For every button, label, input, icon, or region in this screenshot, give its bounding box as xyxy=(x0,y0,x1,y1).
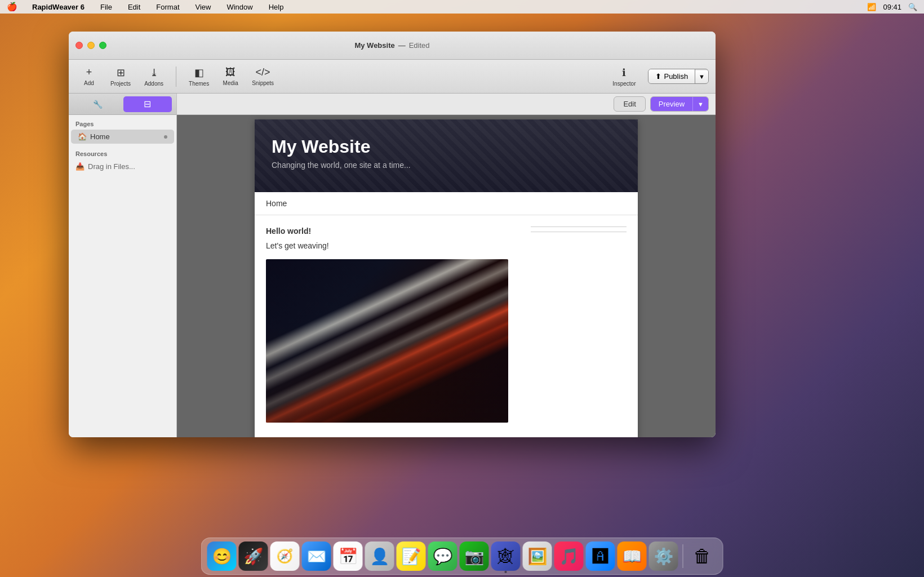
addons-icon: ⤓ xyxy=(150,66,158,79)
snippets-icon: </> xyxy=(256,66,270,78)
dock-mail[interactable]: ✉️ xyxy=(302,542,331,571)
menu-bar-search-icon[interactable]: 🔍 xyxy=(908,3,917,11)
inspector-button[interactable]: ℹ Inspector xyxy=(607,64,641,89)
dock-stickies[interactable]: 📝 xyxy=(397,542,426,571)
site-weaving-text: Let's get weaving! xyxy=(266,241,519,250)
themes-button[interactable]: ◧ Themes xyxy=(183,64,215,89)
wrench-icon: 🔧 xyxy=(93,100,103,109)
app-window: My Website — Edited + Add ⊞ Projects ⤓ A… xyxy=(69,32,716,437)
dock-active-dot xyxy=(505,571,507,573)
projects-button[interactable]: ⊞ Projects xyxy=(105,64,136,89)
site-image xyxy=(266,259,508,423)
dock-books[interactable]: 📖 xyxy=(618,542,647,571)
home-icon: 🏠 xyxy=(78,132,87,141)
dock-messages[interactable]: 💬 xyxy=(428,542,457,571)
system-preferences-icon: ⚙️ xyxy=(654,547,673,566)
sidebar-line-2 xyxy=(531,232,627,232)
site-title: My Website xyxy=(272,136,621,157)
media-button[interactable]: 🖼 Media xyxy=(217,64,244,88)
dock-calendar[interactable]: 📅 xyxy=(334,542,363,571)
trash-icon: 🗑 xyxy=(694,546,712,567)
sidebar-toolbar: 🔧 ⊟ xyxy=(69,94,176,115)
inspector-icon: ℹ xyxy=(622,66,626,79)
dock-safari[interactable]: 🧭 xyxy=(270,542,300,571)
publish-dropdown-button[interactable]: ▼ xyxy=(695,70,708,83)
pages-icon: ⊟ xyxy=(144,99,151,109)
sidebar-tab-settings[interactable]: 🔧 xyxy=(73,96,122,112)
add-button[interactable]: + Add xyxy=(75,64,103,88)
contacts-icon: 👤 xyxy=(370,547,389,566)
publish-icon: ⬆ xyxy=(655,72,661,81)
site-nav: Home xyxy=(255,192,638,215)
maximize-button[interactable] xyxy=(99,42,106,49)
dock-separator xyxy=(683,544,683,568)
home-page-label: Home xyxy=(90,132,110,141)
sidebar-drag-files[interactable]: 📥 Drag in Files... xyxy=(69,159,176,174)
projects-label: Projects xyxy=(110,81,131,87)
close-button[interactable] xyxy=(75,42,83,49)
dock-launchpad[interactable]: 🚀 xyxy=(239,542,268,571)
menu-help[interactable]: Help xyxy=(265,2,287,12)
toolbar-separator-1 xyxy=(176,66,176,87)
window-title: My Website xyxy=(354,41,394,50)
dock-rapidweaver[interactable]: 🕸 xyxy=(491,542,521,571)
media-label: Media xyxy=(223,80,238,86)
drag-files-label: Drag in Files... xyxy=(88,162,135,171)
title-bar-center: My Website — Edited xyxy=(354,41,429,50)
preview-area: Edit Preview ▼ My Website Changing the w… xyxy=(177,94,716,437)
site-nav-home: Home xyxy=(266,192,287,215)
menu-bar-time: 09:41 xyxy=(883,3,901,11)
window-edited-label: Edited xyxy=(409,41,430,50)
dock-facetime[interactable]: 📷 xyxy=(460,542,489,571)
pages-section-label: Pages xyxy=(69,115,176,130)
drag-files-icon: 📥 xyxy=(75,162,85,171)
site-main-content: Hello world! Let's get weaving! xyxy=(266,227,519,423)
appstore-icon: 🅰 xyxy=(593,547,608,566)
menu-bar: 🍎 RapidWeaver 6 File Edit Format View Wi… xyxy=(0,0,924,14)
publish-main-button[interactable]: ⬆ Publish xyxy=(648,69,695,83)
apple-menu[interactable]: 🍎 xyxy=(7,2,17,12)
menu-edit[interactable]: Edit xyxy=(125,2,144,12)
snippets-label: Snippets xyxy=(252,80,274,86)
website-preview[interactable]: My Website Changing the world, one site … xyxy=(177,115,716,437)
rapidweaver-icon: 🕸 xyxy=(498,547,514,566)
add-icon: + xyxy=(86,66,92,78)
site-right-sidebar xyxy=(531,227,627,423)
menu-file[interactable]: File xyxy=(97,2,115,12)
preview-app-icon: 🖼️ xyxy=(527,547,547,566)
edit-button[interactable]: Edit xyxy=(614,96,645,112)
mail-icon: ✉️ xyxy=(306,547,326,566)
addons-button[interactable]: ⤓ Addons xyxy=(139,64,169,89)
dock-contacts[interactable]: 👤 xyxy=(365,542,394,571)
themes-icon: ◧ xyxy=(194,66,204,79)
dock-preview[interactable]: 🖼️ xyxy=(523,542,552,571)
calendar-icon: 📅 xyxy=(338,547,358,566)
dock-finder[interactable]: 😊 xyxy=(207,542,237,571)
title-bar: My Website — Edited xyxy=(69,32,716,60)
minimize-button[interactable] xyxy=(87,42,95,49)
dock-appstore[interactable]: 🅰 xyxy=(586,542,615,571)
dock-music[interactable]: 🎵 xyxy=(554,542,584,571)
menu-format[interactable]: Format xyxy=(153,2,183,12)
snippets-button[interactable]: </> Snippets xyxy=(246,64,279,88)
dock-system-preferences[interactable]: ⚙️ xyxy=(649,542,678,571)
site-header: My Website Changing the world, one site … xyxy=(255,119,638,192)
facetime-icon: 📷 xyxy=(464,547,484,566)
site-body: Hello world! Let's get weaving! xyxy=(255,215,638,434)
sidebar-tab-pages[interactable]: ⊟ xyxy=(123,96,172,112)
resources-section-label: Resources xyxy=(69,144,176,159)
menu-view[interactable]: View xyxy=(192,2,215,12)
projects-icon: ⊞ xyxy=(117,66,125,79)
app-name[interactable]: RapidWeaver 6 xyxy=(29,2,88,12)
publish-label: Publish xyxy=(664,72,688,81)
toolbar: + Add ⊞ Projects ⤓ Addons ◧ Themes 🖼 Med… xyxy=(69,60,716,94)
add-label: Add xyxy=(84,80,94,86)
preview-button-group: Preview ▼ xyxy=(650,96,709,112)
menu-window[interactable]: Window xyxy=(223,2,256,12)
addons-label: Addons xyxy=(144,81,163,87)
preview-dropdown-button[interactable]: ▼ xyxy=(693,97,708,111)
sidebar-item-home[interactable]: 🏠 Home xyxy=(71,130,174,144)
preview-button[interactable]: Preview xyxy=(651,97,693,111)
main-content: 🔧 ⊟ Pages 🏠 Home Resources 📥 Drag in Fil… xyxy=(69,94,716,437)
dock-trash[interactable]: 🗑 xyxy=(688,542,717,571)
